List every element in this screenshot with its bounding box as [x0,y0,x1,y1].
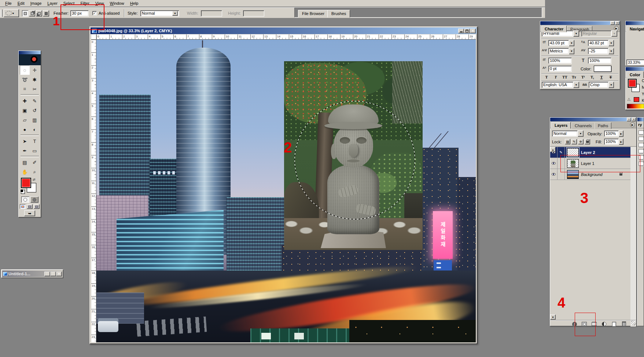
menu-edit[interactable]: Edit [15,0,27,6]
standard-screen-button[interactable] [20,204,26,209]
tab-character[interactable]: Character [541,26,567,32]
selection-mode-subtract[interactable] [36,10,42,16]
close-button[interactable]: × [56,272,62,276]
history-state-icon[interactable] [639,137,644,141]
maximize-button[interactable] [464,29,470,33]
jump-to-imageready-button[interactable]: ➥ [24,210,35,216]
tab-navigator[interactable]: Navigat [626,26,644,32]
move-tool[interactable]: ✛ [30,65,40,75]
history-state-icon[interactable] [639,130,644,135]
opacity-input[interactable]: 100% [604,130,619,137]
font-size-input[interactable]: 43.09 pt [548,40,569,46]
color-ramp[interactable] [627,104,644,109]
close-icon[interactable]: × [632,118,636,121]
chevron-down-icon[interactable]: ▼ [578,130,584,137]
resize-grip[interactable] [631,321,636,325]
new-layer-button[interactable] [611,321,617,327]
subscript-button[interactable]: T₁ [588,74,596,80]
adjustment-layer-button[interactable] [601,321,607,327]
horizontal-scale-input[interactable]: 100% [588,58,611,64]
chevron-down-icon[interactable]: ▼ [569,40,574,46]
layer-name[interactable]: Background [581,172,619,177]
close-button[interactable]: × [470,29,476,33]
opacity-spinner[interactable]: ▶ [619,130,623,137]
pen-tool[interactable]: ✒ [20,146,30,155]
type-tool[interactable]: T [30,136,40,146]
chevron-down-icon[interactable]: ▼ [569,48,574,54]
tool-preset-picker[interactable]: ▼ [4,9,19,17]
minimize-icon[interactable]: ─ [610,21,615,25]
layer-name[interactable]: Layer 2 [581,150,595,155]
foreground-color-swatch[interactable] [21,178,31,188]
lock-transparency-button[interactable]: ▨ [565,139,570,144]
strikethrough-button[interactable]: T [607,74,615,80]
visibility-toggle[interactable] [550,158,557,169]
kerning-input[interactable]: Metrics [548,48,569,54]
lasso-tool[interactable]: ➰ [20,75,30,84]
tab-color[interactable]: Color [626,71,644,78]
elliptical-marquee-tool[interactable]: ◌ [20,65,30,75]
faux-italic-button[interactable]: T [552,74,560,80]
navigator-title-bar[interactable] [626,21,644,25]
delete-layer-button[interactable] [621,321,627,327]
path-selection-tool[interactable]: ➤ [20,136,30,146]
palette-menu-button[interactable]: ▶ [630,122,635,127]
small-caps-button[interactable]: Tᴛ [570,74,578,80]
magic-wand-tool[interactable]: ✱ [30,75,40,84]
ruler-origin[interactable] [91,34,96,40]
chevron-down-icon[interactable]: ▼ [573,30,579,37]
standard-mode-button[interactable] [21,196,29,203]
leading-input[interactable]: 40.82 pt [588,40,608,46]
chevron-down-icon[interactable]: ▼ [608,82,614,88]
menu-image[interactable]: Image [27,0,45,6]
underline-button[interactable]: T [597,74,606,80]
gamut-color-swatch[interactable] [634,97,639,102]
lock-all-button[interactable] [585,139,590,144]
vertical-scale-input[interactable]: 100% [548,58,572,64]
fullscreen-button[interactable] [34,204,40,209]
lock-move-button[interactable]: ✛ [578,139,584,144]
superscript-button[interactable]: T¹ [579,74,587,80]
zoom-tool[interactable]: ⌕ [30,167,40,177]
menu-help[interactable]: Help [127,0,141,6]
default-colors-icon[interactable] [20,189,23,192]
minimize-icon[interactable]: ─ [627,118,631,121]
tab-layers[interactable]: Layers [551,122,571,129]
height-input[interactable] [243,10,264,16]
options-bar-grip[interactable] [1,10,3,17]
canvas[interactable]: 제일화재 [96,40,476,342]
tracking-input[interactable]: -25 [588,48,608,54]
selection-mode-intersect[interactable] [43,10,49,16]
chevron-down-icon[interactable]: ▼ [611,30,617,37]
tab-channels[interactable]: Channels [571,122,595,129]
maximize-button[interactable]: □ [50,272,56,276]
chevron-down-icon[interactable]: ▼ [573,82,579,88]
document-title-bar[interactable]: pla04048.jpg @ 33.3% (Layer 2, CMYK) × [91,27,476,34]
eraser-tool[interactable]: ▱ [20,115,30,125]
style-dropdown[interactable]: Normal ▼ [140,10,179,16]
shape-tool[interactable]: ▭ [30,146,40,155]
gradient-tool[interactable]: ▥ [30,115,40,125]
navigator-zoom-input[interactable]: 33.33% [626,59,644,65]
hand-tool[interactable]: ✋ [20,167,30,177]
history-state-icon[interactable] [639,149,644,153]
text-color-swatch[interactable] [594,66,611,72]
history-title-bar[interactable] [637,118,644,121]
brush-tool[interactable]: ✎ [30,96,40,106]
language-dropdown[interactable]: English: USA [542,82,573,88]
width-input[interactable] [201,10,222,16]
tab-brushes[interactable]: Brushes [327,10,350,18]
fill-spinner[interactable]: ▶ [619,139,623,145]
tab-paths[interactable]: Paths [595,122,611,129]
anti-alias-dropdown[interactable]: Crisp [589,82,608,88]
clone-stamp-tool[interactable]: ▣ [20,106,30,115]
blur-tool[interactable]: ● [20,125,30,134]
toolbox-title-bar[interactable] [19,51,41,54]
fill-input[interactable]: 100% [604,139,619,145]
eyedropper-tool[interactable]: ✐ [30,158,40,167]
quick-mask-button[interactable] [30,196,38,203]
crop-tool[interactable]: ⌗ [20,84,30,94]
lock-paint-button[interactable]: ✎ [571,139,577,144]
notes-tool[interactable]: ▤ [20,158,30,167]
vertical-ruler[interactable]: 01234567891011121314151617181920212223 [91,40,96,342]
